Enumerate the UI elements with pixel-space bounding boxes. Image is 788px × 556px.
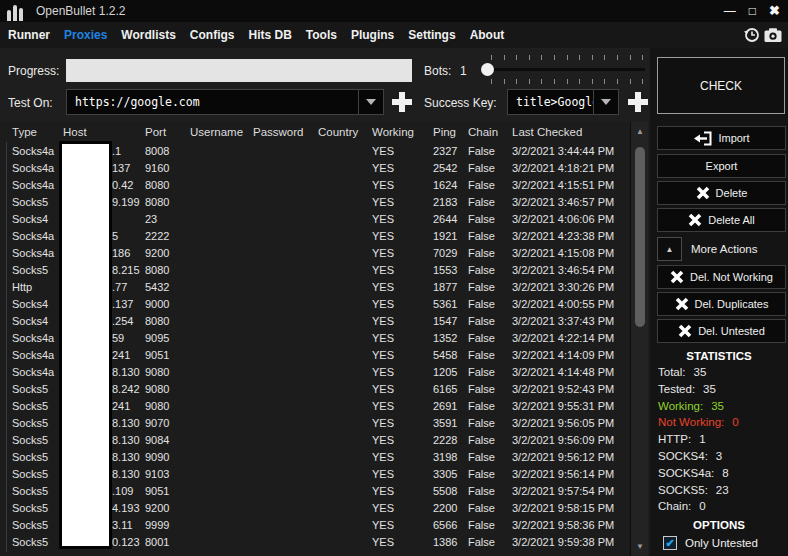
cell-ping: 2691 [433,397,468,414]
cell-ping: 3198 [433,448,468,465]
maximize-button[interactable]: □ [749,0,756,22]
cell-country [318,142,372,159]
delete-not-working-button[interactable]: Del. Not Working [657,265,786,289]
cell-working: YES [372,329,433,346]
import-icon [693,131,712,146]
cell-working: YES [372,482,433,499]
cell-password [253,244,318,261]
stat-chain: Chain:0 [658,500,784,517]
cell-country [318,414,372,431]
test-on-label: Test On: [8,96,53,110]
column-header-host[interactable]: Host [63,122,145,142]
delete-untested-button[interactable]: Del. Untested [657,319,786,343]
table-scrollbar[interactable]: ▲ ▼ [630,122,648,556]
title-bar: OpenBullet 1.2.2 — □ ✖ [0,0,788,22]
cell-last_checked: 3/2/2021 9:52:43 PM [512,380,630,397]
cell-port: 9051 [145,346,190,363]
cell-port: 9095 [145,329,190,346]
cell-working: YES [372,142,433,159]
cell-password [253,346,318,363]
plus-icon [628,92,648,112]
column-header-chain[interactable]: Chain [468,122,512,142]
cell-working: YES [372,295,433,312]
cell-port: 2222 [145,227,190,244]
delete-all-button[interactable]: Delete All [657,208,786,232]
delete-button[interactable]: Delete [657,181,786,205]
cell-country [318,516,372,533]
controls-panel: Progress: Bots: 1 Test On: https://googl… [0,48,650,122]
progress-bar [66,59,412,82]
more-actions-expander[interactable]: ▲ More Actions [657,236,786,262]
cell-password [253,159,318,176]
cell-username [190,533,253,550]
check-button[interactable]: CHECK [657,57,785,114]
menu-item-wordlists[interactable]: Wordlists [121,28,175,42]
camera-icon[interactable] [764,27,782,43]
column-header-username[interactable]: Username [190,122,253,142]
only-untested-option[interactable]: ✔ Only Untested [663,536,758,550]
cell-country [318,431,372,448]
cell-port: 9160 [145,159,190,176]
cell-working: YES [372,397,433,414]
column-header-country[interactable]: Country [318,122,372,142]
column-header-ping[interactable]: Ping [433,122,468,142]
import-button[interactable]: Import [657,126,786,150]
add-success-key-button[interactable] [626,90,650,114]
minimize-button[interactable]: — [724,0,736,22]
test-on-combobox[interactable]: https://google.com [66,89,384,115]
column-header-working[interactable]: Working [372,122,433,142]
menu-item-about[interactable]: About [470,28,505,42]
column-header-password[interactable]: Password [253,122,318,142]
cell-type: Socks4a [0,346,63,363]
cell-working: YES [372,499,433,516]
history-icon[interactable] [743,26,760,43]
scrollbar-down-icon[interactable]: ▼ [631,538,649,555]
column-header-last-checked[interactable]: Last Checked [512,122,630,142]
menu-item-tools[interactable]: Tools [306,28,337,42]
delete-duplicates-button[interactable]: Del. Duplicates [657,292,786,316]
cell-ping: 6566 [433,516,468,533]
menu-item-plugins[interactable]: Plugins [351,28,394,42]
cell-chain: False [468,380,512,397]
menu-item-proxies[interactable]: Proxies [64,28,107,42]
scrollbar-thumb[interactable] [635,147,645,327]
cell-port: 9080 [145,380,190,397]
menu-item-configs[interactable]: Configs [190,28,235,42]
cell-chain: False [468,431,512,448]
cell-username [190,193,253,210]
close-button[interactable]: ✖ [769,0,780,22]
test-on-dropdown-button[interactable] [358,90,383,114]
menu-item-runner[interactable]: Runner [8,28,50,42]
menu-item-settings[interactable]: Settings [408,28,455,42]
cell-port: 9070 [145,414,190,431]
cell-working: YES [372,465,433,482]
cell-type: Socks5 [0,465,63,482]
delete-untested-label: Del. Untested [698,325,765,337]
cell-username [190,142,253,159]
export-button[interactable]: Export [657,154,786,178]
cell-type: Socks5 [0,499,63,516]
bots-slider[interactable] [477,53,649,89]
cell-chain: False [468,516,512,533]
scrollbar-up-icon[interactable]: ▲ [631,123,649,140]
stat-total: Total:35 [658,366,784,383]
cell-chain: False [468,210,512,227]
success-key-dropdown-button[interactable] [593,90,618,114]
only-untested-checkbox[interactable]: ✔ [663,536,677,550]
cell-username [190,176,253,193]
collapse-arrow-button[interactable]: ▲ [657,237,682,261]
cell-password [253,397,318,414]
slider-thumb[interactable] [481,63,494,76]
cell-ping: 1553 [433,261,468,278]
cell-password [253,465,318,482]
cell-port: 9080 [145,397,190,414]
cell-ping: 5508 [433,482,468,499]
proxy-table: Type Host Port Username Password Country… [0,122,648,556]
success-key-combobox[interactable]: title>Google [507,89,619,115]
menu-item-hits-db[interactable]: Hits DB [248,28,291,42]
add-test-url-button[interactable] [390,90,414,114]
column-header-type[interactable]: Type [0,122,63,142]
app-window: OpenBullet 1.2.2 — □ ✖ RunnerProxiesWord… [0,0,788,556]
cell-port: 9200 [145,499,190,516]
column-header-port[interactable]: Port [145,122,190,142]
